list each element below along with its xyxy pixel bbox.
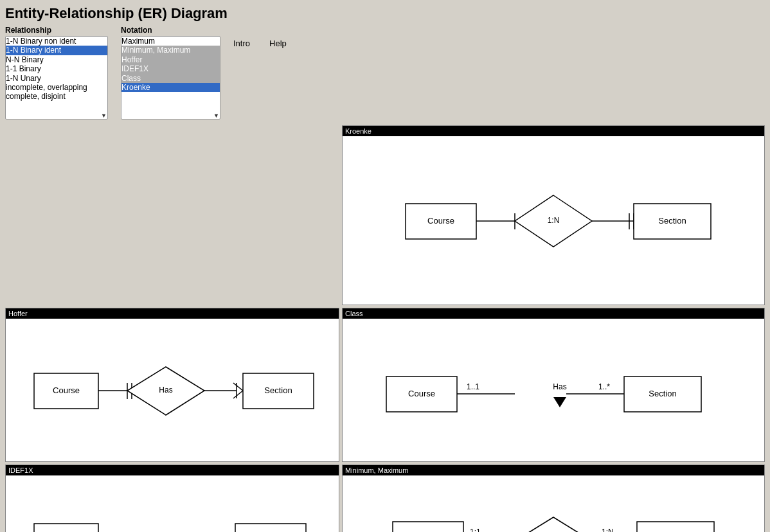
idef1x-svg: Course Section: [15, 482, 330, 532]
minmax-diagram: Minimum, Maximum Course 1:1 Has 1:N Sect: [342, 465, 765, 532]
page-title: Entity-Relationship (ER) Diagram: [5, 5, 765, 22]
notation-group: Notation Maximum Minimum, Maximum Hoffer…: [121, 26, 220, 120]
class-course-label: Course: [408, 389, 435, 398]
class-title: Class: [343, 308, 764, 319]
class-left-mult: 1..1: [467, 382, 479, 391]
hoffer-diagram: Hoffer Course Has: [5, 308, 339, 462]
relationship-label: Relationship: [5, 26, 108, 35]
rel-opt-3[interactable]: 1-1 Binary: [6, 64, 107, 73]
class-svg: Course 1..1 Has 1..* Section: [367, 325, 740, 454]
kroenke-svg: Course 1:N Section: [367, 143, 740, 303]
kroenke-section-label: Section: [658, 216, 686, 226]
class-arrow: [553, 397, 566, 407]
hoffer-crow1: [233, 383, 243, 391]
class-content: Course 1..1 Has 1..* Section: [343, 319, 764, 460]
notation-select-wrapper: Maximum Minimum, Maximum Hoffer IDEF1X C…: [121, 36, 220, 120]
rel-opt-6[interactable]: complete, disjoint: [6, 92, 107, 101]
intro-link[interactable]: Intro: [233, 39, 250, 48]
minmax-title: Minimum, Maximum: [343, 465, 764, 475]
relationship-group: Relationship 1-N Binary non ident 1-N Bi…: [5, 26, 108, 120]
kroenke-course-label: Course: [427, 216, 454, 226]
not-opt-0[interactable]: Maximum: [121, 37, 220, 46]
kroenke-rel-label: 1:N: [548, 216, 560, 225]
hoffer-content: Course Has Section: [6, 319, 339, 460]
minmax-svg: Course 1:1 Has 1:N Section: [367, 482, 740, 532]
notation-label: Notation: [121, 26, 220, 35]
rel-opt-0[interactable]: 1-N Binary non ident: [6, 37, 107, 46]
minmax-content: Course 1:1 Has 1:N Section: [343, 475, 764, 532]
idef1x-diagram: IDEF1X Course Section: [5, 465, 339, 532]
hoffer-section-label: Section: [264, 386, 292, 395]
class-section-label: Section: [649, 389, 676, 398]
idef1x-content: Course Section: [6, 475, 339, 532]
kroenke-title: Kroenke: [343, 126, 764, 136]
kroenke-diagram: Kroenke Course 1:N Section: [342, 125, 765, 305]
not-opt-5[interactable]: Kroenke: [121, 83, 220, 92]
not-opt-1[interactable]: Minimum, Maximum: [121, 46, 220, 55]
kroenke-content: Course 1:N Section: [343, 136, 764, 305]
not-opt-3[interactable]: IDEF1X: [121, 64, 220, 73]
class-rel-label: Has: [553, 382, 566, 391]
hoffer-rel-label: Has: [159, 386, 172, 395]
hoffer-course-label: Course: [53, 386, 80, 395]
hoffer-crow2: [233, 391, 243, 398]
not-opt-4[interactable]: Class: [121, 74, 220, 83]
idef1x-section-rect: [235, 524, 306, 532]
nav-links: Intro Help: [233, 26, 287, 48]
idef1x-title: IDEF1X: [6, 465, 339, 475]
rel-opt-2[interactable]: N-N Binary: [6, 55, 107, 64]
minmax-right-mult: 1:N: [602, 528, 614, 532]
rel-opt-1[interactable]: 1-N Binary ident: [6, 46, 107, 55]
rel-opt-5[interactable]: incomplete, overlapping: [6, 83, 107, 92]
help-link[interactable]: Help: [269, 39, 287, 48]
hoffer-svg: Course Has Section: [15, 325, 330, 454]
hoffer-title: Hoffer: [6, 308, 339, 319]
notation-select[interactable]: Maximum Minimum, Maximum Hoffer IDEF1X C…: [121, 36, 220, 120]
minmax-left-mult: 1:1: [470, 528, 481, 532]
minmax-diamond: [518, 517, 589, 532]
minmax-section-rect: [637, 522, 714, 532]
top-controls: Relationship 1-N Binary non ident 1-N Bi…: [5, 26, 765, 120]
not-opt-2[interactable]: Hoffer: [121, 55, 220, 64]
idef1x-course-rect: [34, 524, 98, 532]
minmax-course-rect: [393, 522, 463, 532]
class-diagram: Class Course 1..1 Has 1..* Sect: [342, 308, 765, 462]
relationship-select-wrapper: 1-N Binary non ident 1-N Binary ident N-…: [5, 36, 108, 120]
diagrams-area: Kroenke Course 1:N Section: [5, 125, 765, 532]
class-right-mult: 1..*: [598, 382, 610, 391]
rel-opt-4[interactable]: 1-N Unary: [6, 74, 107, 83]
relationship-select[interactable]: 1-N Binary non ident 1-N Binary ident N-…: [5, 36, 108, 120]
